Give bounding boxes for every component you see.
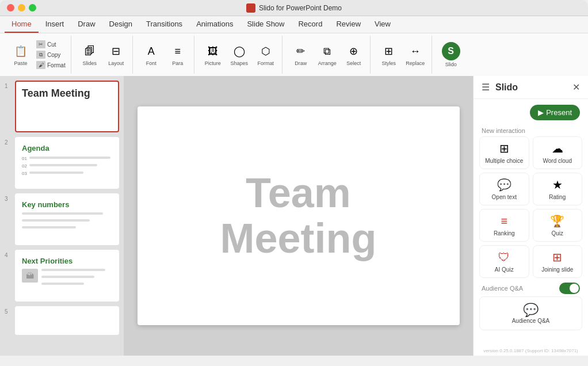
style-group: ⊞ Styles ↔ Replace [373,36,432,74]
draw-icon: ✏ [293,43,309,59]
shapes-icon: ◯ [231,43,247,59]
maximize-button[interactable] [29,4,36,12]
paragraph-button[interactable]: ≡ Para [165,39,190,71]
slide-thumb-2[interactable]: Agenda 01 02 03 [15,137,119,189]
slide-thumb-4[interactable]: Next Priorities 🏔 [15,250,119,302]
paste-icon: 📋 [13,43,29,59]
format-painter-button[interactable]: 🖌 Format [35,60,67,70]
slide-line [41,269,105,271]
slide-thumb-5[interactable] [15,306,119,335]
quick-styles-icon: ⊞ [381,43,397,59]
shapes-button[interactable]: ◯ Shapes [227,39,252,71]
tab-home[interactable]: Home [5,16,39,33]
toggle-knob [570,284,579,293]
title-bar: Slido for PowerPoint Demo [0,0,588,16]
slide-thumb-1[interactable]: Team Meeting [15,81,119,132]
present-button-area: ▶ Present [474,99,588,124]
interaction-ai-quiz[interactable]: 🛡 AI Quiz [479,245,529,278]
slide-item-4: 4 Next Priorities 🏔 [5,250,119,302]
tab-draw[interactable]: Draw [71,16,102,33]
slido-avatar-icon: S [442,42,460,60]
tab-view[interactable]: View [368,16,398,33]
paste-button[interactable]: 📋 Paste [8,39,33,71]
audience-qa-item[interactable]: 💬 Audience Q&A [479,296,582,330]
slido-button[interactable]: S Slido [437,37,465,72]
ribbon-tabs: Home Insert Draw Design Transitions Anim… [0,16,588,33]
present-icon: ▶ [538,108,544,117]
tab-design[interactable]: Design [102,16,139,33]
interaction-multiple-choice[interactable]: ⊞ Multiple choice [479,136,529,169]
cut-button[interactable]: ✂ Cut [35,40,67,49]
ai-quiz-icon: 🛡 [498,251,510,264]
draw-group: ✏ Draw ⧉ Arrange ⊕ Select [285,36,371,74]
slide-item-1: 1 Team Meeting [5,81,119,132]
slide-canvas[interactable]: TeamMeeting [138,106,460,325]
image-placeholder-icon: 🏔 [22,269,38,283]
slide-line [22,212,103,215]
format-button[interactable]: ⬡ Format [253,39,278,71]
layout-icon: ⊟ [108,43,124,59]
tab-insert[interactable]: Insert [39,16,71,33]
rating-icon: ★ [552,178,563,192]
close-button[interactable] [7,4,14,12]
slide-line [22,219,90,222]
open-text-icon: 💬 [497,178,511,192]
copy-button[interactable]: ⧉ Copy [35,50,67,59]
interaction-rating[interactable]: ★ Rating [533,173,583,205]
slide-line [41,283,84,285]
interaction-joining-slide[interactable]: ⊞ Joining slide [533,245,583,278]
slide-number-5: 5 [5,306,12,315]
word-cloud-icon: ☁ [552,142,563,155]
slide-thumb-3[interactable]: Key numbers [15,193,119,245]
audience-qa-item-icon: 💬 [523,303,539,318]
font-button[interactable]: A Font [139,39,164,71]
minimize-button[interactable] [18,4,25,12]
new-slide-icon: 🗐 [82,43,98,59]
slide-number-4: 4 [5,250,12,258]
picture-button[interactable]: 🖼 Picture [200,39,226,71]
tab-record[interactable]: Record [291,16,329,33]
new-slide-button[interactable]: 🗐 Slides [77,39,102,71]
slides-group: 🗐 Slides ⊟ Layout [74,36,133,74]
audience-qa-toggle[interactable] [559,283,580,294]
slide-number-2: 2 [5,137,12,146]
multiple-choice-icon: ⊞ [499,142,509,155]
picture-icon: 🖼 [205,43,221,59]
hamburger-icon[interactable]: ☰ [482,82,490,93]
tab-slideshow[interactable]: Slide Show [240,16,291,33]
font-icon: A [143,43,159,59]
interaction-open-text[interactable]: 💬 Open text [479,173,529,205]
tab-animations[interactable]: Animations [189,16,240,33]
version-info: version 0.25.0.1887 (Support ID: 13498x7… [474,346,588,356]
copy-icon: ⧉ [36,51,45,59]
canvas-area: TeamMeeting [124,76,473,356]
slide-number-1: 1 [5,81,12,89]
slide-line [29,171,83,174]
select-icon: ⊕ [346,43,362,59]
draw-button[interactable]: ✏ Draw [288,39,314,71]
slido-logo-icon [246,3,255,13]
interaction-word-cloud[interactable]: ☁ Word cloud [533,136,583,169]
slido-panel-header: ☰ Slido ✕ [474,76,588,99]
replace-icon: ↔ [407,43,423,59]
clipboard-group: 📋 Paste ✂ Cut ⧉ Copy 🖌 Format [5,36,71,74]
layout-button[interactable]: ⊟ Layout [104,39,129,71]
window-controls[interactable] [7,4,36,12]
slide-line [22,226,76,228]
slide-line [29,157,110,159]
quick-styles-button[interactable]: ⊞ Styles [376,39,402,71]
slide-number-3: 3 [5,193,12,202]
interaction-ranking[interactable]: ≡ Ranking [479,209,529,242]
select-button[interactable]: ⊕ Select [341,39,366,71]
font-group: A Font ≡ Para [135,36,194,74]
arrange-icon: ⧉ [319,43,335,59]
tab-review[interactable]: Review [329,16,368,33]
replace-button[interactable]: ↔ Replace [403,39,428,71]
drawing-group: 🖼 Picture ◯ Shapes ⬡ Format [197,36,282,74]
arrange-button[interactable]: ⧉ Arrange [315,39,340,71]
slido-panel-close-button[interactable]: ✕ [572,82,580,93]
interaction-quiz[interactable]: 🏆 Quiz [533,209,583,242]
tab-transitions[interactable]: Transitions [139,16,189,33]
interactions-grid: ⊞ Multiple choice ☁ Word cloud 💬 Open te… [474,136,588,278]
present-button[interactable]: ▶ Present [530,105,580,120]
